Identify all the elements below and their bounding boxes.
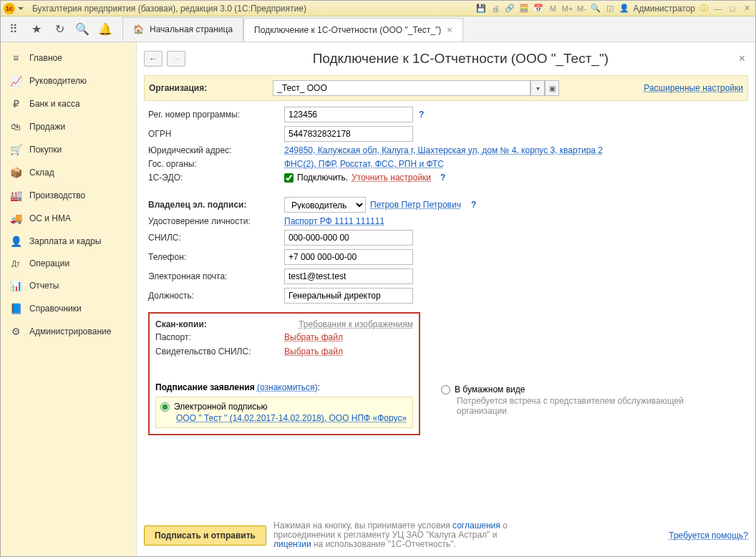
help-link[interactable]: Требуется помощь? — [669, 531, 748, 541]
edo-connect-label: Подключить. — [297, 173, 348, 183]
truck-icon: 🚚 — [9, 213, 22, 224]
tab-reporting-label: Подключение к 1С-Отчетности (ООО "_Тест_… — [254, 25, 441, 35]
id-link[interactable]: Паспорт РФ 1111 111111 — [284, 216, 384, 226]
back-button[interactable]: ← — [144, 51, 163, 67]
regnum-label: Рег. номер программы: — [148, 110, 284, 120]
regnum-input[interactable] — [284, 107, 413, 122]
sidebar-item-main[interactable]: ≡Главное — [1, 47, 136, 69]
page-title: Подключение к 1С-Отчетности (ООО "_Тест_… — [190, 51, 732, 67]
box-icon: 📦 — [9, 167, 22, 178]
save-icon[interactable]: 💾 — [475, 3, 487, 14]
gos-link[interactable]: ФНС(2), ПФР, Росстат, ФСС, РПН и ФТС — [284, 159, 444, 169]
sign-paper-detail: Потребуется встреча с представителем обс… — [457, 396, 724, 416]
help-icon[interactable]: ? — [419, 110, 424, 120]
info-icon[interactable]: ⓘ — [698, 3, 709, 14]
sidebar-item-references[interactable]: 📘Справочники — [1, 297, 136, 320]
ogrn-input[interactable] — [284, 126, 413, 142]
maximize-icon[interactable]: □ — [727, 3, 738, 14]
passport-file-link[interactable]: Выбрать файл — [284, 332, 413, 342]
sidebar-item-manager[interactable]: 📈Руководителю — [1, 69, 136, 92]
chart-icon: 📈 — [9, 75, 22, 87]
passport-label: Паспорт: — [155, 332, 284, 342]
edo-refine-link[interactable]: Уточнить настройки — [352, 173, 431, 183]
cart-icon: 🛒 — [9, 144, 22, 155]
sign-learn-link[interactable]: (ознакомиться) — [257, 382, 318, 392]
license-link[interactable]: лицензии — [273, 539, 311, 549]
tab-home[interactable]: 🏠 Начальная страница — [122, 17, 243, 41]
agreement-link[interactable]: соглашения — [452, 520, 500, 531]
position-label: Должность: — [148, 291, 284, 301]
search-icon[interactable]: 🔍 — [74, 21, 91, 38]
app-menu-dropdown[interactable] — [18, 7, 24, 10]
link-icon[interactable]: 🔗 — [504, 3, 515, 14]
sidebar-item-admin[interactable]: ⚙Администрирование — [1, 320, 136, 343]
apps-icon[interactable]: ⠿ — [5, 21, 22, 38]
calendar-icon[interactable]: 📅 — [533, 3, 544, 14]
sign-electronic-label: Электронной подписью — [174, 402, 267, 412]
book-icon: 📘 — [9, 303, 22, 314]
owner-label: Владелец эл. подписи: — [148, 200, 284, 210]
tab-reporting[interactable]: Подключение к 1С-Отчетности (ООО "_Тест_… — [243, 18, 463, 42]
sidebar-item-hr[interactable]: 👤Зарплата и кадры — [1, 230, 136, 253]
snils-file-link[interactable]: Выбрать файл — [284, 347, 413, 357]
sidebar-item-production[interactable]: 🏭Производство — [1, 184, 136, 207]
position-input[interactable] — [284, 288, 413, 304]
m-minus-icon[interactable]: M- — [576, 3, 587, 14]
sidebar: ≡Главное 📈Руководителю ₽Банк и касса 🛍Пр… — [1, 42, 137, 556]
org-dropdown-icon[interactable]: ▾ — [530, 80, 545, 96]
close-page-icon[interactable]: × — [736, 49, 748, 68]
edo-checkbox[interactable] — [284, 173, 294, 183]
edo-label: 1С-ЭДО: — [148, 173, 284, 183]
scan-copies-box: Скан-копии: Требования к изображениям Па… — [148, 312, 420, 435]
sidebar-item-assets[interactable]: 🚚ОС и НМА — [1, 207, 136, 230]
sign-paper-radio[interactable] — [441, 385, 450, 394]
address-label: Юридический адрес: — [148, 145, 284, 155]
sidebar-item-bank[interactable]: ₽Банк и касса — [1, 92, 136, 115]
sidebar-item-operations[interactable]: ДтОперации — [1, 253, 136, 274]
favorites-icon[interactable]: ★ — [28, 21, 45, 38]
notifications-icon[interactable]: 🔔 — [97, 21, 114, 38]
advanced-settings-link[interactable]: Расширенные настройки — [644, 83, 743, 93]
person-icon: 👤 — [9, 236, 22, 247]
sign-cert-link[interactable]: ООО " Тест " (14.02.2017-14.02.2018), ОО… — [176, 413, 407, 423]
org-label: Организация: — [149, 83, 207, 93]
gear-icon: ⚙ — [9, 326, 22, 337]
zoom-icon[interactable]: 🔍 — [590, 3, 601, 14]
org-open-icon[interactable]: ▣ — [545, 80, 559, 96]
sidebar-item-stock[interactable]: 📦Склад — [1, 161, 136, 184]
sign-electronic-radio[interactable] — [160, 402, 170, 412]
owner-name-link[interactable]: Петров Петр Петрович — [370, 200, 461, 210]
calc-icon[interactable]: 🧮 — [518, 3, 530, 14]
sidebar-item-reports[interactable]: 📊Отчеты — [1, 274, 136, 297]
sidebar-item-purchases[interactable]: 🛒Покупки — [1, 138, 136, 161]
email-input[interactable] — [284, 268, 413, 284]
sign-paper-label: В бумажном виде — [455, 384, 525, 394]
print-icon[interactable]: 🖨 — [490, 3, 501, 14]
address-link[interactable]: 249850, Калужская обл, Калуга г, Шахтерс… — [284, 145, 603, 155]
history-icon[interactable]: ↻ — [51, 21, 68, 38]
user-label[interactable]: Администратор — [633, 4, 695, 14]
phone-label: Телефон: — [148, 252, 284, 262]
m-icon[interactable]: M — [547, 3, 558, 14]
owner-role-select[interactable]: Руководитель — [284, 197, 366, 213]
submit-button[interactable]: Подписать и отправить — [144, 525, 266, 546]
window-title: Бухгалтерия предприятия (базовая), редак… — [32, 4, 475, 14]
snils-doc-label: Свидетельство СНИЛС: — [155, 347, 284, 357]
sidebar-item-sales[interactable]: 🛍Продажи — [1, 115, 136, 138]
id-label: Удостоверение личности: — [148, 216, 284, 226]
disclaimer: Нажимая на кнопку, вы принимаете условия… — [273, 521, 517, 549]
factory-icon: 🏭 — [9, 190, 22, 201]
help-icon[interactable]: ? — [440, 173, 445, 183]
help-icon[interactable]: ? — [471, 200, 476, 210]
forward-button[interactable]: → — [167, 51, 185, 67]
panels-icon[interactable]: ◫ — [604, 3, 616, 14]
org-input[interactable] — [273, 80, 530, 96]
minimize-icon[interactable]: — — [712, 3, 724, 14]
app-icon: 1c — [4, 3, 15, 14]
scan-requirements-link[interactable]: Требования к изображениям — [299, 319, 413, 329]
tab-close-icon[interactable]: × — [447, 24, 452, 35]
snils-input[interactable] — [284, 230, 413, 246]
m-plus-icon[interactable]: M+ — [561, 3, 573, 14]
close-window-icon[interactable]: ✕ — [741, 3, 752, 14]
phone-input[interactable] — [284, 249, 413, 265]
